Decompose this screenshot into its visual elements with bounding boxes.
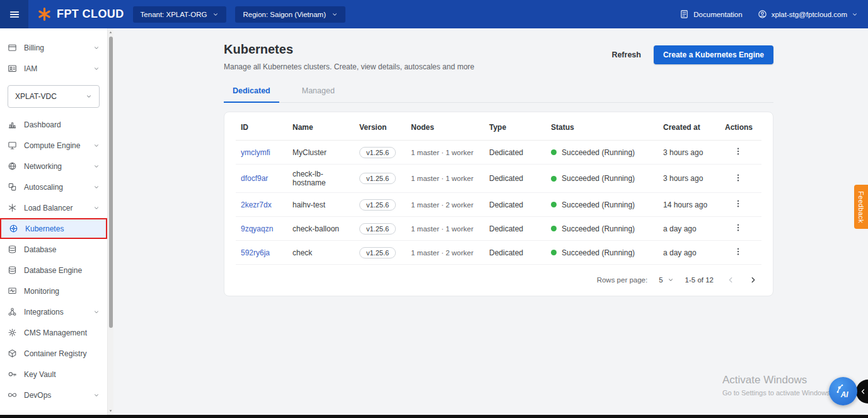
chevron-left-icon [859,388,867,395]
fpt-logo-icon [37,6,52,22]
page-header: Kubernetes Manage all Kubernetes cluster… [224,42,773,71]
cluster-name: MyCluster [287,143,354,162]
sidebar-item-label: Integrations [24,308,86,316]
sidebar-item-load-balancer[interactable]: Load Balancer [0,197,107,218]
sidebar-item-label: IAM [24,64,86,73]
watermark-line1: Activate Windows [722,374,830,386]
table-row: 2kezr7dxhaihv-testv1.25.61 master · 2 wo… [236,193,761,217]
scrollbar-thumb[interactable] [109,37,113,328]
sidebar-item-networking[interactable]: Networking [0,156,107,177]
cluster-status: Succeeded (Running) [562,248,635,257]
sidebar-item-devops[interactable]: DevOps [0,385,107,405]
region-label: Region: Saigon (Vietnam) [243,11,325,18]
sidebar-item-label: CMS Management [24,328,100,337]
sidebar-item-database[interactable]: Database [0,239,107,260]
tab-managed[interactable]: Managed [293,86,344,102]
sidebar-top-group: BillingIAM [0,37,107,79]
topbar-right: Documentation xplat-stg@fptcloud.com [680,9,868,19]
chevron-down-icon [93,205,100,211]
documentation-link[interactable]: Documentation [680,9,742,19]
row-actions-kebab-icon[interactable] [730,172,746,183]
sidebar-item-cms-management[interactable]: CMS Management [0,322,107,343]
tenant-selector[interactable]: Tenant: XPLAT-ORG [133,6,227,23]
sidebar-scrollbar[interactable] [107,28,113,415]
sidebar-item-compute-engine[interactable]: Compute Engine [0,135,107,156]
sidebar-item-key-vault[interactable]: Key Vault [0,364,107,385]
sidebar-item-label: Billing [24,44,86,52]
next-page-button[interactable] [748,274,759,286]
ai-assistant-button[interactable]: AI [829,377,857,405]
cluster-type: Dedicated [484,143,546,162]
chevron-down-icon [93,163,100,170]
vdc-selector[interactable]: XPLAT-VDC [8,85,100,108]
row-actions-kebab-icon[interactable] [730,246,746,257]
cell-actions [720,167,759,190]
feedback-tab[interactable]: Feedback [854,185,868,229]
sidebar-item-label: Load Balancer [24,204,86,212]
sidebar-item-iam[interactable]: IAM [0,58,107,79]
refresh-button[interactable]: Refresh [610,47,642,63]
fpt-cloud-logo[interactable]: FPT CLOUD [37,6,124,22]
cluster-name: check [287,243,354,262]
svg-text:AI: AI [840,390,848,398]
sidebar-item-integrations[interactable]: Integrations [0,301,107,322]
sidebar-item-label: Autoscaling [24,183,86,192]
cluster-status: Succeeded (Running) [562,148,635,157]
cell-id: ymclymfi [236,143,287,162]
rows-per-page-select[interactable]: 5 [659,276,673,284]
cluster-id-link[interactable]: 9zqyaqzn [241,224,273,233]
scroll-down-arrow[interactable] [108,407,113,414]
sidebar-item-database-engine[interactable]: Database Engine [0,260,107,281]
chevron-down-icon [332,11,338,18]
cluster-created-at: a day ago [658,243,720,262]
account-email: xplat-stg@fptcloud.com [772,11,847,18]
sidebar-item-label: Compute Engine [24,141,86,150]
column-header-id: ID [236,113,287,140]
sidebar-item-kubernetes[interactable]: Kubernetes [0,218,107,239]
previous-page-button[interactable] [725,274,736,286]
database-icon [8,245,17,254]
cell-status: Succeeded (Running) [546,219,658,238]
cms-management-icon [8,328,17,337]
row-actions-kebab-icon[interactable] [730,146,746,157]
column-header-actions: Actions [720,113,759,140]
cluster-created-at: 3 hours ago [658,169,720,188]
chevron-down-icon [93,309,100,315]
cell-id: 592ry6ja [236,243,287,262]
cluster-id-link[interactable]: 2kezr7dx [241,200,272,209]
logo-text: FPT CLOUD [57,8,124,21]
cluster-status: Succeeded (Running) [562,224,635,233]
clusters-table-card: IDNameVersionNodesTypeStatusCreated atAc… [224,112,773,296]
documentation-icon [680,9,689,19]
sidebar-item-label: Database [24,245,100,254]
sidebar-item-label: Monitoring [24,287,100,296]
cluster-id-link[interactable]: 592ry6ja [241,248,270,257]
taskbar-edge [0,415,868,418]
cluster-id-link[interactable]: ymclymfi [241,148,270,157]
sidebar-item-container-registry[interactable]: Container Registry [0,343,107,364]
cluster-name: check-balloon [287,219,354,238]
hamburger-menu-button[interactable] [0,0,28,28]
table-row: ymclymfiMyClusterv1.25.61 master · 1 wor… [236,141,761,165]
create-kubernetes-engine-button[interactable]: Create a Kubernetes Engine [654,45,773,64]
cluster-nodes: 1 master · 1 worker [406,170,484,187]
cell-version: v1.25.6 [354,218,406,240]
region-selector[interactable]: Region: Saigon (Vietnam) [235,6,345,23]
status-dot [551,202,557,207]
account-menu[interactable]: xplat-stg@fptcloud.com [758,9,858,19]
sidebar-item-billing[interactable]: Billing [0,37,107,58]
cluster-status: Succeeded (Running) [562,174,635,183]
row-actions-kebab-icon[interactable] [730,222,746,233]
scroll-up-arrow[interactable] [108,29,113,36]
sidebar-item-autoscaling[interactable]: Autoscaling [0,177,107,197]
tab-dedicated[interactable]: Dedicated [224,86,279,102]
cell-id: dfocf9ar [236,169,287,188]
devops-icon [8,390,17,400]
column-header-status: Status [546,113,658,140]
sidebar-item-dashboard[interactable]: Dashboard [0,114,107,135]
sidebar-item-monitoring[interactable]: Monitoring [0,281,107,301]
version-chip: v1.25.6 [359,173,396,184]
row-actions-kebab-icon[interactable] [730,198,746,209]
rows-per-page-value: 5 [659,276,663,284]
cluster-id-link[interactable]: dfocf9ar [241,174,268,183]
